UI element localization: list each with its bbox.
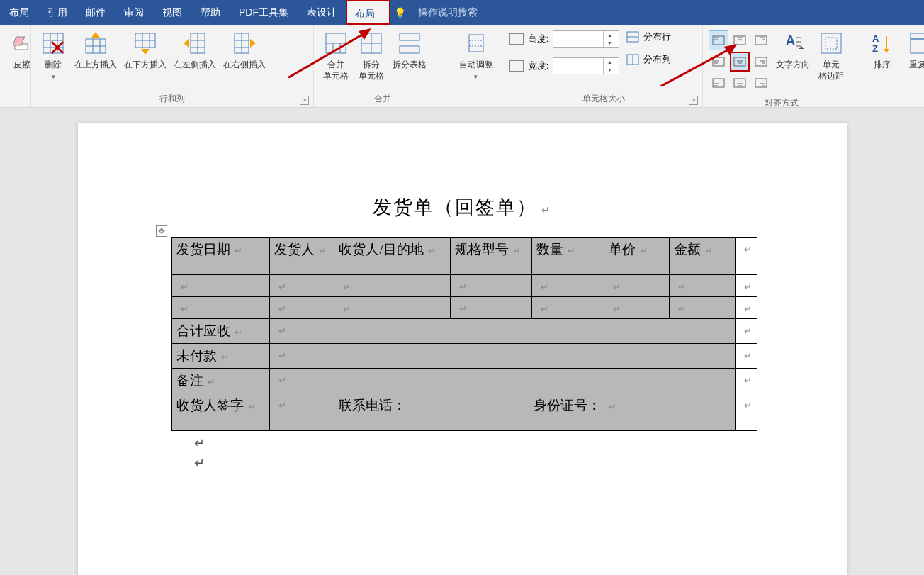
- svg-rect-78: [826, 38, 837, 49]
- tab-view[interactable]: 视图: [153, 0, 191, 25]
- merge-cells-icon: [322, 29, 350, 57]
- distribute-rows-icon: [626, 31, 639, 43]
- alignment-grid: [707, 28, 772, 96]
- document-page: 发货单（回签单）↵ ✥ 发货日期↵ 发货人↵ 收货人/目的地↵ 规格型号↵ 数量…: [78, 123, 847, 575]
- height-input[interactable]: ▲▼: [553, 30, 619, 48]
- align-bottom-left[interactable]: [709, 73, 728, 93]
- paragraph-mark[interactable]: ↵: [194, 455, 847, 471]
- align-group-label: 对齐方式: [703, 96, 860, 111]
- svg-rect-77: [821, 33, 841, 53]
- ribbon: 皮擦 删除▾ 在上方插入 在下方插入: [0, 25, 924, 108]
- distribute-cols-button[interactable]: 分布列: [626, 53, 671, 66]
- svg-rect-36: [400, 33, 419, 40]
- svg-marker-28: [250, 39, 256, 48]
- align-bottom-right[interactable]: [751, 73, 771, 93]
- ribbon-tabs: 布局 引用 邮件 审阅 视图 帮助 PDF工具集 表设计 布局 💡 操作说明搜索: [0, 0, 924, 25]
- table-row[interactable]: 未付款↵ ↵ ↵: [171, 344, 757, 369]
- sort-button[interactable]: AZ 排序: [864, 28, 900, 72]
- document-table[interactable]: 发货日期↵ 发货人↵ 收货人/目的地↵ 规格型号↵ 数量↵ 单价↵ 金额↵ ↵ …: [171, 237, 757, 431]
- width-label: 宽度:: [528, 60, 549, 72]
- height-up[interactable]: ▲: [604, 31, 615, 39]
- tab-help[interactable]: 帮助: [191, 0, 230, 25]
- insert-col-left-icon: [181, 29, 209, 57]
- insert-col-right-icon: [230, 29, 259, 57]
- align-middle-left[interactable]: [709, 52, 728, 72]
- svg-marker-82: [884, 49, 889, 53]
- tab-review[interactable]: 审阅: [115, 0, 153, 25]
- sort-icon: AZ: [868, 29, 896, 57]
- split-table-button[interactable]: 拆分表格: [389, 28, 430, 72]
- row-height-icon: [509, 33, 524, 45]
- svg-rect-83: [911, 33, 924, 39]
- svg-text:A: A: [786, 33, 795, 48]
- split-table-icon: [395, 29, 424, 57]
- text-direction-icon: A: [779, 29, 807, 57]
- align-middle-center[interactable]: [730, 52, 750, 72]
- tab-pdf-tools[interactable]: PDF工具集: [230, 0, 298, 25]
- insert-left-button[interactable]: 在左侧插入: [170, 28, 220, 72]
- tab-table-layout[interactable]: 布局: [346, 0, 390, 25]
- merge-group-label: 合并: [314, 91, 451, 107]
- autofit-icon: [462, 29, 490, 57]
- svg-text:Z: Z: [872, 43, 878, 54]
- svg-text:A: A: [872, 33, 879, 44]
- table-move-handle[interactable]: ✥: [156, 225, 167, 237]
- svg-rect-54: [713, 57, 724, 66]
- tab-references[interactable]: 引用: [38, 0, 77, 25]
- rows-cols-launcher[interactable]: ↘: [300, 96, 309, 105]
- delete-button[interactable]: 删除▾: [35, 28, 71, 84]
- align-top-center[interactable]: [730, 30, 750, 50]
- svg-rect-37: [400, 46, 419, 53]
- cell-margins-button[interactable]: 单元 格边距: [813, 28, 849, 83]
- table-row[interactable]: 收货人签字↵ ↵ 联系电话： 身份证号： ↵ ↵: [171, 393, 757, 431]
- text-direction-button[interactable]: A 文字方向: [772, 28, 813, 72]
- cell-size-group-label: 单元格大小: [582, 94, 625, 104]
- repeat-header-button[interactable]: 重复: [900, 28, 924, 72]
- height-down[interactable]: ▼: [604, 39, 615, 47]
- col-width-icon: [509, 60, 524, 72]
- tellme-icon: 💡: [390, 7, 409, 18]
- table-row[interactable]: ↵↵ ↵↵ ↵↵ ↵↵: [171, 297, 757, 319]
- delete-table-icon: [39, 29, 67, 57]
- distribute-rows-button[interactable]: 分布行: [626, 30, 671, 43]
- svg-marker-23: [184, 39, 189, 48]
- svg-rect-60: [755, 57, 767, 66]
- svg-marker-18: [141, 49, 150, 55]
- repeat-header-icon: [903, 29, 924, 57]
- svg-rect-84: [911, 39, 924, 53]
- document-title[interactable]: 发货单（回签单）↵: [78, 194, 847, 220]
- table-row[interactable]: 备注↵ ↵ ↵: [171, 369, 757, 393]
- width-down[interactable]: ▼: [604, 66, 615, 74]
- svg-marker-13: [91, 32, 100, 38]
- align-top-left[interactable]: [709, 30, 728, 50]
- table-row[interactable]: ↵↵ ↵↵ ↵↵ ↵↵: [171, 275, 757, 297]
- split-cells-icon: [357, 29, 385, 57]
- table-row[interactable]: 合计应收↵ ↵ ↵: [171, 319, 757, 344]
- svg-rect-38: [469, 35, 483, 52]
- align-bottom-center[interactable]: [730, 73, 750, 93]
- insert-right-button[interactable]: 在右侧插入: [220, 28, 269, 72]
- autofit-button[interactable]: 自动调整▾: [456, 28, 497, 84]
- rows-cols-group-label: 行和列: [159, 94, 185, 104]
- width-input[interactable]: ▲▼: [553, 57, 619, 74]
- insert-row-below-icon: [131, 29, 159, 57]
- width-up[interactable]: ▲: [604, 58, 615, 66]
- insert-row-above-icon: [81, 29, 110, 57]
- table-row[interactable]: 发货日期↵ 发货人↵ 收货人/目的地↵ 规格型号↵ 数量↵ 单价↵ 金额↵ ↵: [171, 238, 757, 275]
- tab-table-design[interactable]: 表设计: [298, 0, 346, 25]
- split-cells-button[interactable]: 拆分 单元格: [354, 28, 389, 83]
- height-label: 高度:: [528, 33, 549, 45]
- cell-size-launcher[interactable]: ↘: [689, 96, 698, 105]
- tab-layout-partial[interactable]: 布局: [0, 0, 38, 25]
- insert-above-button[interactable]: 在上方插入: [71, 28, 120, 72]
- distribute-cols-icon: [626, 54, 639, 65]
- tab-mailings[interactable]: 邮件: [77, 0, 115, 25]
- paragraph-mark[interactable]: ↵: [194, 435, 847, 451]
- align-top-right[interactable]: [751, 30, 771, 50]
- merge-cells-button[interactable]: 合并 单元格: [318, 28, 354, 83]
- tellme-search[interactable]: 操作说明搜索: [409, 0, 487, 25]
- cell-margins-icon: [817, 29, 845, 57]
- insert-below-button[interactable]: 在下方插入: [120, 28, 170, 72]
- svg-marker-76: [799, 46, 804, 49]
- align-middle-right[interactable]: [751, 52, 771, 72]
